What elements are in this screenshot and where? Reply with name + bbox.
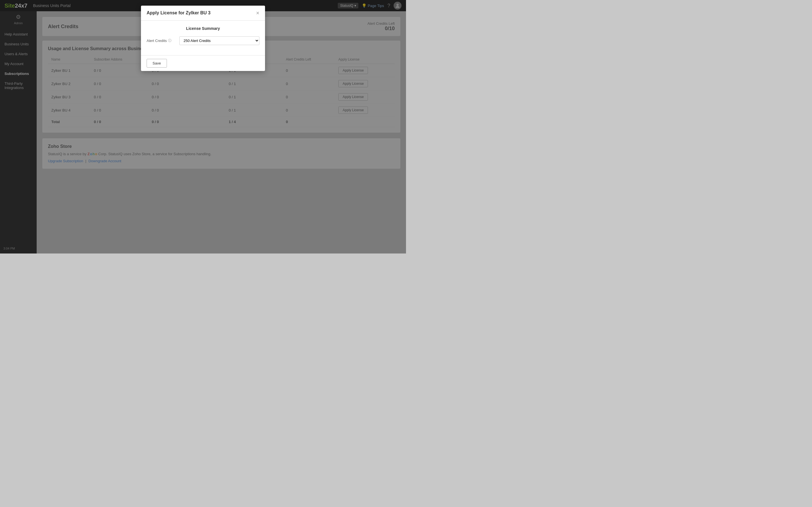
alert-credits-select[interactable]: 250 Alert Credits 500 Alert Credits 1000… xyxy=(179,36,259,45)
alert-credits-modal-label: Alert Credits ⓘ xyxy=(147,38,175,43)
modal-form-row: Alert Credits ⓘ 250 Alert Credits 500 Al… xyxy=(147,36,259,45)
modal-close-button[interactable]: × xyxy=(256,10,259,16)
modal-title: Apply License for Zylker BU 3 xyxy=(147,10,211,15)
modal-header: Apply License for Zylker BU 3 × xyxy=(141,6,265,20)
modal-save-button[interactable]: Save xyxy=(147,59,167,68)
modal-section-title: License Summary xyxy=(147,26,259,31)
modal-overlay: Apply License for Zylker BU 3 × License … xyxy=(0,0,406,253)
modal-body: License Summary Alert Credits ⓘ 250 Aler… xyxy=(141,20,265,55)
info-icon[interactable]: ⓘ xyxy=(168,38,171,43)
apply-license-modal: Apply License for Zylker BU 3 × License … xyxy=(141,6,265,71)
modal-footer: Save xyxy=(141,55,265,71)
